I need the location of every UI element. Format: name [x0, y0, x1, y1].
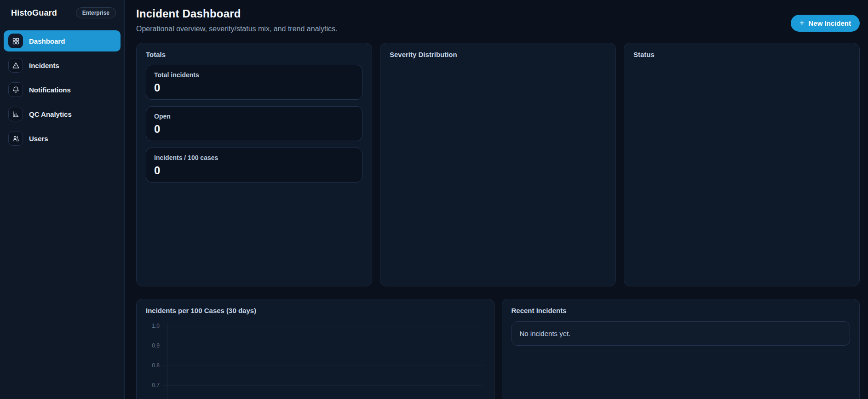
- stat-label: Open: [154, 113, 354, 120]
- sidebar-item-label: Notifications: [29, 86, 71, 94]
- y-tick-label: 0.7: [146, 382, 163, 388]
- gridline: [163, 326, 483, 326]
- stat-value: 0: [154, 164, 354, 177]
- gridline: [163, 365, 483, 366]
- alert-triangle-icon: [8, 58, 23, 73]
- page-header: Incident Dashboard Operational overview,…: [136, 7, 860, 33]
- new-incident-button[interactable]: + New Incident: [791, 15, 860, 32]
- stat-label: Total incidents: [154, 71, 354, 79]
- recent-incidents-title: Recent Incidents: [512, 307, 851, 314]
- trend-chart-plot: 1.0 0.9 0.8 0.7 0.6: [146, 321, 485, 399]
- sidebar-item-label: QC Analytics: [29, 110, 72, 118]
- brand-name: HistoGuard: [11, 8, 57, 18]
- stat-tile-open: Open 0: [146, 106, 362, 141]
- sidebar: HistoGuard Enterprise Dashboard Incident…: [0, 0, 125, 399]
- main-content: Incident Dashboard Operational overview,…: [125, 0, 868, 399]
- sidebar-item-qc-analytics[interactable]: QC Analytics: [4, 103, 121, 125]
- stat-value: 0: [154, 81, 354, 94]
- recent-incidents-card: Recent Incidents No incidents yet.: [502, 299, 860, 399]
- enterprise-badge: Enterprise: [76, 7, 116, 18]
- recent-incidents-empty-state: No incidents yet.: [512, 321, 851, 346]
- totals-card-title: Totals: [146, 51, 362, 58]
- stat-value: 0: [154, 123, 354, 136]
- y-tick: 0.8: [146, 363, 483, 368]
- y-tick-label: 0.9: [146, 342, 163, 349]
- page-title: Incident Dashboard: [136, 7, 338, 20]
- sidebar-nav: Dashboard Incidents Notifications QC Ana…: [4, 30, 121, 149]
- y-tick-label: 0.8: [146, 362, 163, 369]
- severity-distribution-card: Severity Distribution: [380, 43, 616, 286]
- y-tick: 0.9: [146, 343, 483, 348]
- trend-chart-title: Incidents per 100 Cases (30 days): [146, 307, 485, 314]
- sidebar-item-label: Incidents: [29, 62, 59, 69]
- y-tick-label: 1.0: [146, 323, 163, 329]
- bottom-card-grid: Incidents per 100 Cases (30 days) 1.0 0.…: [136, 299, 860, 399]
- y-tick: 0.7: [146, 382, 483, 388]
- status-card-title: Status: [633, 51, 850, 58]
- sidebar-item-label: Dashboard: [29, 37, 65, 45]
- bell-icon: [8, 82, 23, 97]
- new-incident-label: New Incident: [808, 19, 851, 27]
- users-icon: [8, 131, 23, 146]
- stat-label: Incidents / 100 cases: [154, 154, 354, 161]
- stat-tile-incidents-per-100: Incidents / 100 cases 0: [146, 148, 362, 182]
- gridline: [163, 385, 483, 386]
- sidebar-item-notifications[interactable]: Notifications: [4, 79, 121, 100]
- page-subtitle: Operational overview, severity/status mi…: [136, 25, 338, 33]
- sidebar-item-users[interactable]: Users: [4, 128, 121, 149]
- severity-card-title: Severity Distribution: [390, 51, 606, 58]
- status-card: Status: [624, 43, 860, 286]
- brand-row: HistoGuard Enterprise: [4, 5, 121, 20]
- sidebar-item-dashboard[interactable]: Dashboard: [4, 30, 121, 51]
- bar-chart-icon: [8, 107, 23, 121]
- stat-tile-total-incidents: Total incidents 0: [146, 65, 362, 100]
- sidebar-item-incidents[interactable]: Incidents: [4, 55, 121, 76]
- gridline: [163, 346, 483, 346]
- trend-chart-card: Incidents per 100 Cases (30 days) 1.0 0.…: [136, 299, 494, 399]
- plus-icon: +: [799, 19, 805, 27]
- sidebar-item-label: Users: [29, 135, 48, 142]
- y-tick: 1.0: [146, 323, 483, 329]
- top-card-grid: Totals Total incidents 0 Open 0 Incident…: [136, 43, 860, 286]
- grid-icon: [8, 34, 23, 48]
- totals-card: Totals Total incidents 0 Open 0 Incident…: [136, 43, 372, 286]
